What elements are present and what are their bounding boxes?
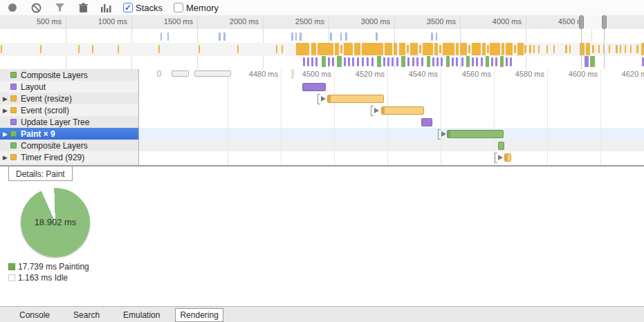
clear-icon[interactable] — [30, 2, 42, 13]
rendering-event-bar — [510, 57, 512, 66]
sidebar-record-row[interactable]: Update Layer Tree — [0, 116, 138, 128]
pie-center-label: 18.902 ms — [19, 217, 91, 227]
drawer-tab-search[interactable]: Search — [69, 309, 104, 321]
scripting-event-bar — [439, 45, 441, 53]
trash-icon[interactable] — [77, 2, 89, 13]
overview-ruler-label: 2500 ms — [284, 17, 324, 27]
sidebar-record-row[interactable]: ▶Event (resize) — [0, 93, 138, 104]
scripting-event-bar — [40, 45, 42, 53]
rendering-event-bar — [441, 57, 443, 66]
record-bar-gray[interactable] — [194, 70, 231, 77]
details-tab[interactable]: Details: Paint — [8, 166, 73, 181]
yellow-record-bar[interactable] — [327, 95, 384, 103]
rendering-event-bar — [481, 57, 483, 66]
drawer-tab-console[interactable]: Console — [15, 309, 54, 321]
rendering-event-bar — [421, 57, 423, 66]
record-label: Event (scroll) — [21, 106, 69, 115]
window-left-line — [581, 29, 582, 69]
overview-ruler-label: 3000 ms — [350, 17, 390, 27]
flame-gridline — [441, 69, 441, 165]
rendering-event-bar — [357, 57, 359, 66]
sidebar-record-row[interactable]: Composite Layers — [0, 69, 138, 81]
rendering-event-bar — [436, 57, 439, 66]
drawer-tab-bar: ConsoleSearchEmulationRendering — [0, 306, 644, 322]
record-label: Timer Fired (929) — [21, 153, 84, 162]
expand-children-icon[interactable] — [371, 106, 382, 116]
rendering-event-bar — [495, 57, 497, 66]
devtools-timeline-panel: ✓ Stacks Memory 500 ms1000 ms1500 ms2000… — [0, 0, 644, 322]
record-icon[interactable] — [7, 2, 18, 13]
network-event-bar — [436, 32, 437, 41]
scripting-event-bar — [282, 45, 283, 53]
scripting-event-bar — [118, 45, 119, 53]
green-record-bar[interactable] — [498, 142, 504, 150]
flame-tick-label: 4600 ms — [558, 70, 598, 79]
sidebar-record-row[interactable]: ▶Event (scroll) — [0, 104, 138, 116]
scripting-event-bar — [502, 43, 504, 55]
scripting-event-bar — [423, 43, 433, 55]
memory-checkbox[interactable] — [174, 3, 183, 12]
sidebar-record-row[interactable]: ▶Paint × 9 — [0, 128, 138, 140]
expand-arrow-icon[interactable]: ▶ — [3, 95, 10, 102]
scripting-event-bar — [456, 43, 459, 55]
painting-event-bar — [322, 56, 326, 67]
network-event-bar — [219, 32, 221, 41]
window-handle-left[interactable] — [579, 15, 584, 29]
legend-item: 1.163 ms Idle — [8, 272, 89, 283]
sidebar-record-row[interactable]: Layout — [0, 81, 138, 93]
network-event-bar — [291, 32, 293, 41]
yellow-category-swatch — [10, 107, 17, 113]
scripting-event-bar — [340, 45, 342, 53]
painting-event-bar — [377, 56, 381, 67]
rendering-event-bar — [407, 57, 410, 66]
window-handle-right[interactable] — [602, 15, 607, 29]
rendering-event-bar — [392, 57, 394, 66]
record-bar-gray[interactable] — [157, 70, 161, 77]
record-selftime-cap — [448, 131, 450, 138]
scripting-event-bar — [385, 43, 392, 55]
expand-arrow-icon[interactable]: ▶ — [3, 131, 10, 138]
sidebar-record-row[interactable]: Composite Layers — [0, 140, 138, 151]
flame-gridline — [387, 69, 388, 165]
record-label: Composite Layers — [21, 141, 88, 151]
painting-event-bar — [337, 56, 342, 67]
frames-icon[interactable] — [101, 2, 112, 13]
stacks-checkbox[interactable]: ✓ — [123, 3, 133, 12]
yellow-record-bar[interactable] — [504, 153, 511, 162]
filter-icon[interactable] — [54, 2, 65, 13]
green-category-swatch — [10, 131, 17, 137]
rendering-event-bar — [348, 57, 350, 66]
scripting-event-bar — [609, 45, 610, 53]
rendering-event-bar — [362, 57, 364, 66]
drawer-tab-rendering[interactable]: Rendering — [175, 308, 223, 322]
flame-tick-label: 4580 ms — [504, 70, 544, 79]
drawer-tab-emulation[interactable]: Emulation — [119, 309, 164, 321]
network-event-bar — [223, 32, 226, 41]
record-label: Layout — [21, 82, 46, 92]
network-event-bar — [376, 32, 378, 41]
record-label: Composite Layers — [21, 70, 88, 80]
painting-event-bar — [500, 56, 504, 67]
expander-triangle — [441, 131, 446, 137]
timeline-overview[interactable]: 500 ms1000 ms1500 ms2000 ms2500 ms3000 m… — [0, 15, 644, 70]
scripting-event-bar — [533, 45, 535, 53]
overview-ruler-label: 3500 ms — [416, 17, 456, 27]
yellow-record-bar[interactable] — [381, 106, 424, 115]
rendering-event-bar — [412, 57, 414, 66]
frame-marker — [291, 69, 294, 79]
green-record-bar[interactable] — [447, 130, 504, 138]
purple-record-bar[interactable] — [421, 118, 432, 126]
scripting-event-bar — [460, 43, 467, 55]
rendering-event-bar — [506, 57, 508, 66]
rendering-event-bar — [307, 57, 309, 66]
flame-chart[interactable]: 4460 ms4480 ms4500 ms4520 ms4540 ms4560 … — [0, 69, 644, 166]
sidebar-record-row[interactable]: ▶Timer Fired (929) — [0, 151, 138, 163]
stacks-label: Stacks — [136, 3, 163, 13]
memory-label: Memory — [186, 3, 219, 13]
flame-tick-label: 4620 ms — [611, 70, 644, 79]
purple-record-bar[interactable] — [302, 83, 326, 91]
record-bar-gray[interactable] — [172, 70, 189, 77]
scripting-event-bar — [318, 43, 333, 55]
expand-arrow-icon[interactable]: ▶ — [3, 107, 10, 114]
expand-arrow-icon[interactable]: ▶ — [3, 154, 10, 161]
